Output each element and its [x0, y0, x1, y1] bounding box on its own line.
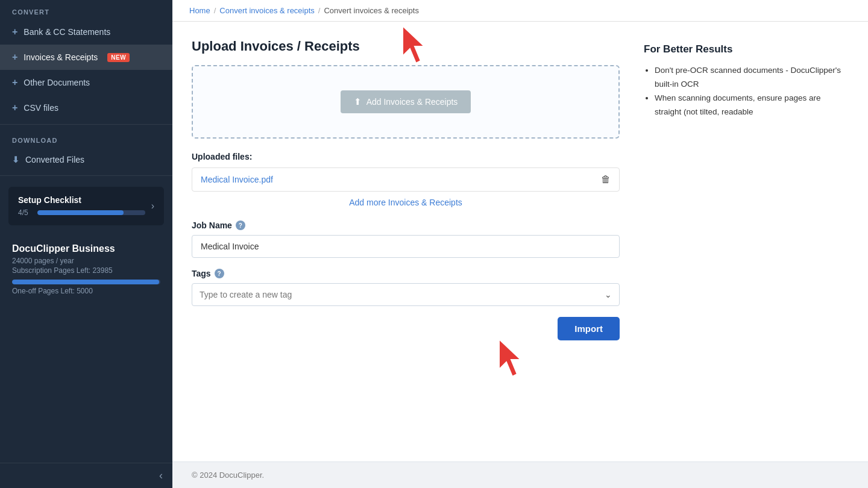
plan-progress-fill — [12, 280, 159, 284]
breadcrumb-crumb2: Convert invoices & receipts — [324, 6, 419, 15]
add-invoices-label: Add Invoices & Receipts — [366, 97, 458, 107]
uploaded-files-label: Uploaded files: — [192, 152, 620, 161]
download-section-label: DOWNLOAD — [0, 128, 172, 148]
new-badge: NEW — [107, 53, 130, 62]
left-panel: Upload Invoices / Receipts ⬆ Add Invoice… — [192, 39, 620, 351]
setup-checklist-content: Setup Checklist 4/5 — [18, 195, 145, 217]
sidebar: CONVERT + Bank & CC Statements + Invoice… — [0, 0, 172, 488]
plan-oneoff-pages: One-off Pages Left: 5000 — [12, 287, 160, 295]
sidebar-item-bank-cc[interactable]: + Bank & CC Statements — [0, 19, 172, 45]
tips-list: Don't pre-OCR scanned documents - DocuCl… — [644, 64, 849, 119]
add-invoices-button[interactable]: ⬆ Add Invoices & Receipts — [341, 90, 471, 113]
plan-subscription-pages: Subscription Pages Left: 23985 — [12, 266, 160, 275]
job-name-label: Job Name ? — [192, 221, 620, 230]
content-area: Upload Invoices / Receipts ⬆ Add Invoice… — [172, 22, 868, 461]
tips-title: For Better Results — [644, 43, 849, 55]
tip-item-1: Don't pre-OCR scanned documents - DocuCl… — [655, 64, 849, 92]
sidebar-item-label-other: Other Documents — [24, 78, 90, 87]
tags-label: Tags ? — [192, 269, 620, 278]
setup-checklist-progress-bg — [37, 210, 145, 215]
download-icon: ⬇ — [12, 155, 19, 164]
plan-pages-year: 24000 pages / year — [12, 257, 160, 265]
setup-checklist-progress-fill — [37, 210, 124, 215]
import-button[interactable]: Import — [558, 317, 620, 340]
chevron-right-icon: › — [151, 201, 154, 211]
job-name-help-icon[interactable]: ? — [236, 221, 245, 230]
file-name: Medical Invoice.pdf — [201, 175, 273, 184]
sidebar-item-label-invoices: Invoices & Receipts — [24, 52, 98, 62]
plus-icon-invoices: + — [12, 52, 17, 63]
breadcrumb-home[interactable]: Home — [189, 6, 210, 15]
plus-icon-other: + — [12, 77, 17, 88]
sidebar-item-label-bank: Bank & CC Statements — [24, 27, 110, 37]
tags-label-text: Tags — [192, 269, 211, 278]
sidebar-collapse-button[interactable]: ‹ — [0, 463, 172, 488]
breadcrumb: Home / Convert invoices & receipts / Con… — [172, 0, 868, 22]
page-title: Upload Invoices / Receipts — [192, 39, 620, 54]
setup-checklist-progress-row: 4/5 — [18, 208, 145, 217]
convert-section-label: CONVERT — [0, 0, 172, 19]
cursor-arrow-2 — [493, 333, 535, 381]
add-more-link[interactable]: Add more Invoices & Receipts — [192, 198, 620, 207]
setup-checklist[interactable]: Setup Checklist 4/5 › — [8, 187, 164, 225]
collapse-icon: ‹ — [159, 469, 163, 482]
svg-marker-1 — [499, 339, 521, 377]
plan-progress-bg — [12, 280, 160, 284]
file-row: Medical Invoice.pdf 🗑 — [192, 167, 620, 192]
tags-help-icon[interactable]: ? — [215, 269, 224, 278]
breadcrumb-sep2: / — [318, 6, 321, 15]
tags-chevron-icon: ⌄ — [605, 290, 612, 299]
tags-input[interactable] — [200, 284, 605, 305]
plan-name: DocuClipper Business — [12, 243, 160, 254]
sidebar-item-other-docs[interactable]: + Other Documents — [0, 70, 172, 95]
tags-input-wrap: ⌄ — [192, 283, 620, 306]
plan-info: DocuClipper Business 24000 pages / year … — [0, 235, 172, 305]
job-name-input[interactable] — [192, 235, 620, 258]
setup-checklist-fraction: 4/5 — [18, 208, 33, 217]
sidebar-item-invoices[interactable]: + Invoices & Receipts NEW — [0, 45, 172, 70]
right-panel: For Better Results Don't pre-OCR scanned… — [644, 39, 849, 119]
upload-drop-zone[interactable]: ⬆ Add Invoices & Receipts — [192, 65, 620, 139]
sidebar-item-converted[interactable]: ⬇ Converted Files — [0, 148, 172, 172]
plus-icon-bank: + — [12, 27, 17, 37]
main-area: Home / Convert invoices & receipts / Con… — [172, 0, 868, 488]
import-btn-row: Import — [192, 317, 620, 340]
footer-text: © 2024 DocuClipper. — [192, 471, 264, 480]
plus-icon-csv: + — [12, 102, 17, 113]
setup-checklist-title: Setup Checklist — [18, 195, 145, 205]
tags-group: Tags ? ⌄ — [192, 269, 620, 306]
job-name-group: Job Name ? — [192, 221, 620, 258]
delete-file-icon[interactable]: 🗑 — [601, 174, 611, 185]
tip-item-2: When scanning documents, ensure pages ar… — [655, 92, 849, 119]
footer: © 2024 DocuClipper. — [172, 461, 868, 488]
job-name-label-text: Job Name — [192, 221, 232, 230]
sidebar-item-csv[interactable]: + CSV files — [0, 95, 172, 120]
upload-icon: ⬆ — [354, 96, 362, 107]
sidebar-item-label-csv: CSV files — [24, 103, 58, 113]
sidebar-item-label-converted: Converted Files — [25, 155, 84, 164]
breadcrumb-crumb1[interactable]: Convert invoices & receipts — [219, 6, 315, 15]
breadcrumb-sep1: / — [214, 6, 216, 15]
